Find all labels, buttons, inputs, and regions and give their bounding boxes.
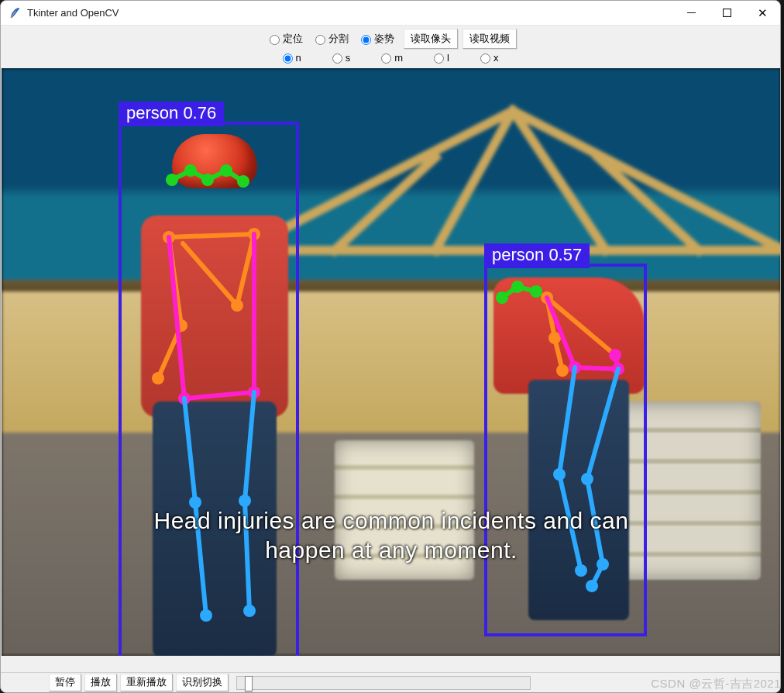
- radio-locate-label: 定位: [283, 32, 303, 46]
- svg-rect-1: [723, 9, 731, 17]
- app-window: Tkinter and OpenCV ✕ 定位 分割 姿势 读取像头 读取视频: [0, 0, 781, 693]
- tk-feather-icon: [9, 7, 21, 19]
- replay-button[interactable]: 重新播放: [120, 674, 173, 691]
- minimize-button[interactable]: [673, 1, 709, 26]
- maximize-icon: [723, 9, 731, 17]
- radio-size-l[interactable]: l: [434, 52, 449, 64]
- radio-pose[interactable]: 姿势: [361, 32, 394, 46]
- close-button[interactable]: ✕: [744, 1, 780, 26]
- radio-pose-label: 姿势: [374, 32, 394, 46]
- progress-slider[interactable]: [236, 676, 531, 690]
- top-toolbar: 定位 分割 姿势 读取像头 读取视频 n s m l x: [1, 26, 780, 68]
- play-button[interactable]: 播放: [84, 674, 117, 691]
- toggle-detect-button[interactable]: 识别切换: [176, 674, 229, 691]
- video-frame: person 0.76 person 0.57: [2, 68, 781, 656]
- minimize-icon: [687, 12, 696, 13]
- radio-size-x[interactable]: x: [480, 52, 499, 64]
- radio-segment[interactable]: 分割: [315, 32, 349, 46]
- bbox-label-1: person 0.76: [119, 102, 224, 126]
- window-title: Tkinter and OpenCV: [27, 7, 119, 19]
- maximize-button[interactable]: [709, 1, 744, 26]
- slider-handle[interactable]: [245, 676, 253, 691]
- radio-size-s[interactable]: s: [332, 52, 351, 64]
- close-icon: ✕: [758, 7, 768, 19]
- titlebar: Tkinter and OpenCV ✕: [1, 1, 780, 26]
- svg-rect-0: [687, 12, 696, 13]
- bbox-person-1: person 0.76: [119, 122, 299, 656]
- radio-size-n[interactable]: n: [283, 52, 301, 64]
- outer-shadow: [781, 0, 784, 693]
- video-canvas: person 0.76 person 0.57: [2, 68, 781, 656]
- radio-segment-label: 分割: [328, 32, 349, 46]
- bbox-label-2: person 0.57: [484, 243, 590, 268]
- size-row: n s m l x: [283, 52, 499, 64]
- video-caption: Head injuries are common incidents and c…: [2, 506, 781, 564]
- pause-button[interactable]: 暂停: [49, 674, 81, 691]
- radio-size-m[interactable]: m: [381, 52, 403, 64]
- radio-locate[interactable]: 定位: [270, 32, 303, 46]
- bbox-person-2: person 0.57: [484, 264, 647, 636]
- read-video-button[interactable]: 读取视频: [462, 29, 517, 49]
- bottom-toolbar: 暂停 播放 重新播放 识别切换: [1, 672, 780, 692]
- mode-row: 定位 分割 姿势 读取像头 读取视频: [265, 29, 517, 49]
- read-camera-button[interactable]: 读取像头: [404, 29, 458, 49]
